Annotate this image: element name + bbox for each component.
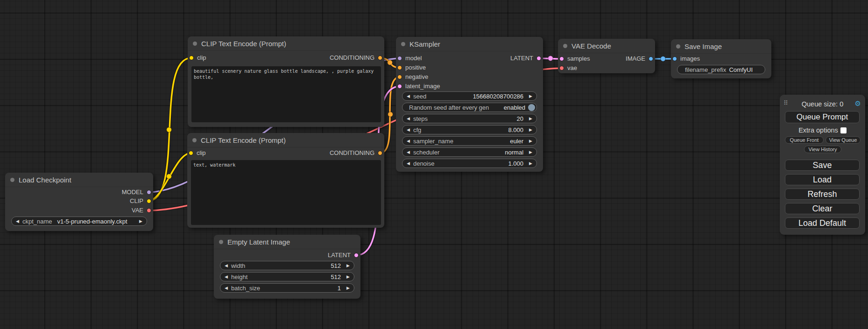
node-empty-latent-image[interactable]: Empty Latent ImageLATENT◀width512▶◀heigh… <box>214 235 360 299</box>
node-collapse-dot[interactable] <box>10 178 14 182</box>
widget-seed[interactable]: ◀seed156680208700286▶ <box>402 91 537 101</box>
widget-sampler-name[interactable]: ◀sampler_nameeuler▶ <box>402 136 537 146</box>
input-port-images[interactable] <box>672 56 677 61</box>
prompt-textarea[interactable]: text, watermark <box>191 160 381 225</box>
widget-decrement-arrow[interactable]: ◀ <box>407 150 410 154</box>
output-port-VAE[interactable] <box>147 208 151 213</box>
node-collapse-dot[interactable] <box>193 42 197 46</box>
link-midpoint-dot[interactable] <box>388 112 393 117</box>
widget-Random seed after every gen[interactable]: Random seed after every genenabled <box>402 103 537 112</box>
queue-panel: ⠿ Queue size: 0 ⚙ Queue Prompt Extra opt… <box>780 95 865 235</box>
widget-increment-arrow[interactable]: ▶ <box>529 128 532 132</box>
prompt-textarea[interactable]: beautiful scenery nature glass bottle la… <box>191 66 381 122</box>
link-midpoint-dot[interactable] <box>548 56 553 61</box>
node-collapse-dot[interactable] <box>676 44 680 49</box>
widget-height[interactable]: ◀height512▶ <box>220 272 354 281</box>
node-clip-text-encode-negative[interactable]: CLIP Text Encode (Prompt)clipCONDITIONIN… <box>187 133 384 228</box>
widget-increment-arrow[interactable]: ▶ <box>529 139 532 143</box>
node-vae-decode[interactable]: VAE DecodesamplesvaeIMAGE <box>558 39 655 73</box>
widget-decrement-arrow[interactable]: ◀ <box>407 94 410 98</box>
node-ksampler[interactable]: KSamplermodelpositivenegativelatent_imag… <box>396 37 543 172</box>
input-port-samples[interactable] <box>559 56 564 61</box>
input-port-clip[interactable] <box>189 151 193 155</box>
refresh-button[interactable]: Refresh <box>785 189 860 200</box>
queue-prompt-button[interactable]: Queue Prompt <box>785 111 860 123</box>
input-port-vae[interactable] <box>559 66 564 70</box>
input-port-clip[interactable] <box>189 56 194 60</box>
input-port-latent_image[interactable] <box>397 84 402 89</box>
load-button[interactable]: Load <box>785 174 860 185</box>
widget-decrement-arrow[interactable]: ◀ <box>407 139 410 143</box>
widget-increment-arrow[interactable]: ▶ <box>529 94 532 98</box>
load-default-button[interactable]: Load Default <box>785 217 860 229</box>
widget-increment-arrow[interactable]: ▶ <box>139 219 142 224</box>
widget-cfg[interactable]: ◀cfg8.000▶ <box>402 125 537 134</box>
node-titlebar[interactable]: Empty Latent Image <box>214 235 360 249</box>
node-save-image[interactable]: Save Imageimagesfilename_prefixComfyUI <box>671 39 771 78</box>
input-port-model[interactable] <box>397 56 402 61</box>
node-titlebar[interactable]: VAE Decode <box>558 39 655 53</box>
output-port-CONDITIONING[interactable] <box>378 151 382 155</box>
node-titlebar[interactable]: KSampler <box>396 37 543 51</box>
widget-scheduler[interactable]: ◀schedulernormal▶ <box>402 147 537 157</box>
settings-gear-icon[interactable]: ⚙ <box>855 99 861 108</box>
save-button[interactable]: Save <box>785 160 860 171</box>
input-port-label: images <box>680 55 700 62</box>
view-queue-button[interactable]: View Queue <box>826 136 861 144</box>
output-port-MODEL[interactable] <box>147 190 151 195</box>
widget-decrement-arrow[interactable]: ◀ <box>407 117 410 121</box>
node-collapse-dot[interactable] <box>401 42 405 46</box>
widget-denoise[interactable]: ◀denoise1.000▶ <box>402 159 537 168</box>
output-port-CLIP[interactable] <box>147 199 151 203</box>
output-port-label: IMAGE <box>626 55 645 62</box>
widget-batch-size[interactable]: ◀batch_size1▶ <box>220 283 354 293</box>
widget-value: 156680208700286 <box>473 93 523 100</box>
output-port-LATENT[interactable] <box>536 56 541 61</box>
output-port-CONDITIONING[interactable] <box>378 56 382 60</box>
node-collapse-dot[interactable] <box>219 240 223 244</box>
widget-decrement-arrow[interactable]: ◀ <box>407 128 410 132</box>
node-collapse-dot[interactable] <box>563 44 567 48</box>
widget-increment-arrow[interactable]: ▶ <box>346 275 350 279</box>
link-midpoint-dot[interactable] <box>388 60 393 65</box>
widget-increment-arrow[interactable]: ▶ <box>529 117 532 121</box>
link-midpoint-dot[interactable] <box>167 174 172 179</box>
link-midpoint-dot[interactable] <box>661 56 666 62</box>
extra-options-checkbox[interactable] <box>840 127 847 133</box>
output-port-label: LATENT <box>510 55 533 62</box>
queue-front-button[interactable]: Queue Front <box>785 136 824 144</box>
node-clip-text-encode-positive[interactable]: CLIP Text Encode (Prompt)clipCONDITIONIN… <box>188 36 384 127</box>
link-midpoint-dot[interactable] <box>167 127 172 133</box>
widget-increment-arrow[interactable]: ▶ <box>346 264 350 268</box>
view-history-button[interactable]: View History <box>804 146 841 153</box>
widget-label: denoise <box>413 160 435 167</box>
clear-button[interactable]: Clear <box>785 203 860 214</box>
widget-filename-prefix[interactable]: filename_prefixComfyUI <box>677 65 765 74</box>
widget-label: cfg <box>413 126 421 133</box>
input-port-positive[interactable] <box>397 65 402 70</box>
widget-value: normal <box>505 149 523 156</box>
node-titlebar[interactable]: CLIP Text Encode (Prompt) <box>187 133 384 147</box>
node-titlebar[interactable]: Save Image <box>671 39 771 54</box>
output-port-LATENT[interactable] <box>354 253 359 258</box>
widget-ckpt-name[interactable]: ◀ckpt_namev1-5-pruned-emaonly.ckpt▶ <box>11 217 147 226</box>
widget-decrement-arrow[interactable]: ◀ <box>225 286 228 290</box>
widget-decrement-arrow[interactable]: ◀ <box>225 275 228 279</box>
widget-decrement-arrow[interactable]: ◀ <box>407 161 410 166</box>
widget-increment-arrow[interactable]: ▶ <box>529 161 532 166</box>
queue-size-label: Queue size: 0 <box>780 100 865 108</box>
toggle-knob[interactable] <box>528 104 535 111</box>
node-titlebar[interactable]: Load Checkpoint <box>5 173 153 187</box>
node-titlebar[interactable]: CLIP Text Encode (Prompt) <box>188 36 384 51</box>
widget-increment-arrow[interactable]: ▶ <box>529 150 532 154</box>
node-load-checkpoint[interactable]: Load CheckpointMODELCLIPVAE◀ckpt_namev1-… <box>5 173 153 231</box>
widget-width[interactable]: ◀width512▶ <box>220 261 354 270</box>
widget-steps[interactable]: ◀steps20▶ <box>402 114 537 123</box>
node-collapse-dot[interactable] <box>192 138 197 142</box>
input-port-negative[interactable] <box>397 75 402 79</box>
widget-increment-arrow[interactable]: ▶ <box>346 286 350 290</box>
output-port-IMAGE[interactable] <box>649 56 653 61</box>
node-title: Load Checkpoint <box>19 176 71 184</box>
widget-decrement-arrow[interactable]: ◀ <box>225 264 228 268</box>
widget-decrement-arrow[interactable]: ◀ <box>16 219 19 224</box>
